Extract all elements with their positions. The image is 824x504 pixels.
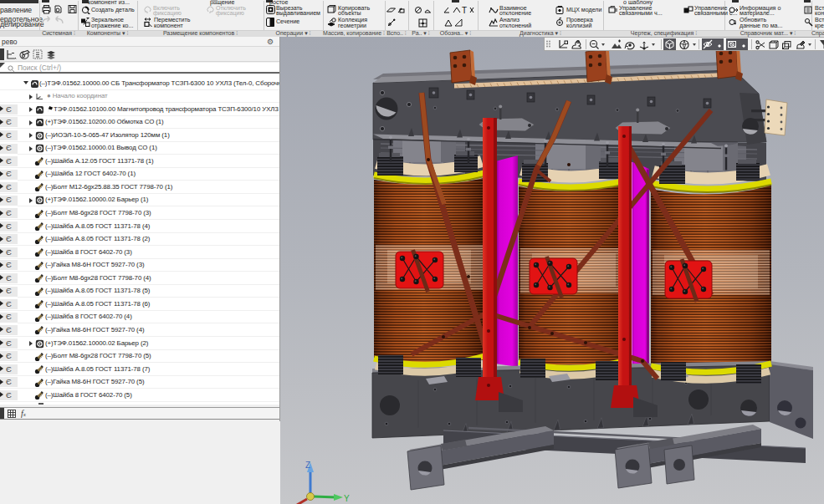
svg-text:T: T — [462, 6, 467, 14]
svg-text:Z: Z — [305, 461, 310, 470]
svg-text:Y: Y — [344, 494, 350, 503]
